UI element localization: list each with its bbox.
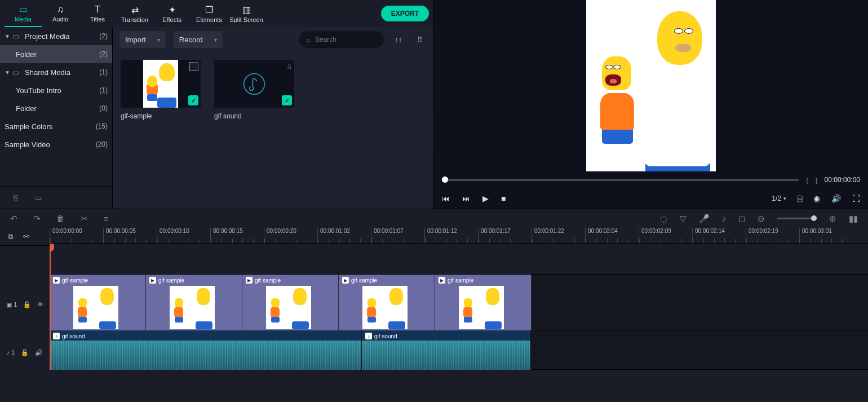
cut-icon[interactable]: ✂ bbox=[81, 214, 88, 224]
preview-canvas[interactable] bbox=[434, 0, 868, 171]
sidebar-label: Folder bbox=[16, 104, 99, 113]
tab-effects[interactable]: ✦ Effects bbox=[153, 0, 191, 27]
ruler-mark: 00:00:01:02 bbox=[317, 228, 371, 243]
check-icon: ✓ bbox=[188, 95, 198, 105]
sidebar-count: (0) bbox=[99, 104, 108, 112]
playhead[interactable] bbox=[50, 244, 51, 370]
sidebar-item-youtube-intro[interactable]: YouTube Intro (1) bbox=[0, 81, 112, 99]
mark-in-icon[interactable]: { bbox=[806, 176, 808, 184]
undo-icon[interactable]: ↶ bbox=[10, 214, 17, 224]
preview-ratio-dropdown[interactable]: 1/2 ▾ bbox=[772, 195, 786, 202]
volume-icon[interactable]: 🔊 bbox=[831, 194, 841, 203]
ruler-mark: 00:00:01:12 bbox=[424, 228, 478, 243]
timeline-ruler[interactable]: 00:00:00:0000:00:00:0500:00:00:1000:00:0… bbox=[50, 228, 868, 244]
sidebar-count: (2) bbox=[99, 50, 108, 58]
fullscreen-icon[interactable]: ⛶ bbox=[852, 194, 860, 203]
record-dropdown[interactable]: Record bbox=[174, 31, 223, 48]
audio-track[interactable]: ♪gif sound ♪gif sound bbox=[50, 330, 868, 370]
folder-icon: ▭ bbox=[19, 4, 28, 15]
video-clip-label: gif-sample bbox=[448, 277, 473, 284]
video-clip[interactable]: ▶gif-sample bbox=[339, 275, 435, 331]
video-clip[interactable]: ▶gif-sample bbox=[435, 275, 532, 331]
display-icon[interactable]: ⌸ bbox=[798, 194, 802, 203]
waveform bbox=[50, 341, 361, 370]
scrub-head[interactable] bbox=[442, 176, 448, 183]
lock-icon[interactable]: 🔓 bbox=[21, 349, 29, 356]
delete-icon[interactable]: 🗑 bbox=[56, 214, 65, 223]
mixer-icon[interactable]: ♪ bbox=[722, 214, 727, 223]
tab-transition-label: Transition bbox=[121, 16, 148, 23]
mark-out-icon[interactable]: } bbox=[815, 176, 817, 184]
lock-icon[interactable]: 🔓 bbox=[23, 301, 31, 308]
audio-clip[interactable]: ♪gif sound bbox=[50, 330, 362, 370]
redo-icon[interactable]: ↷ bbox=[33, 214, 41, 224]
sidebar-item-folder-active[interactable]: Folder (2) bbox=[0, 45, 112, 63]
sidebar-item-project-media[interactable]: ▼ ▭ Project Media (2) bbox=[0, 27, 112, 45]
folder-icon: ▭ bbox=[12, 32, 21, 41]
video-clip[interactable]: ▶gif-sample bbox=[146, 275, 242, 331]
video-track[interactable]: ▶gif-sample▶gif-sample▶gif-sample▶gif-sa… bbox=[50, 274, 868, 330]
search-icon: ⌕ bbox=[306, 36, 311, 44]
new-folder-icon[interactable]: ⎘ bbox=[14, 193, 18, 202]
video-clip[interactable]: ▶gif-sample bbox=[242, 275, 339, 331]
eye-icon[interactable]: 👁 bbox=[37, 301, 43, 308]
media-toolbar: Import Record ⌕ ⫶⫶ ⠿ bbox=[113, 27, 433, 52]
clip-thumbnail bbox=[73, 286, 118, 329]
caret-down-icon: ▼ bbox=[5, 33, 12, 39]
shapes-icon: ❐ bbox=[205, 5, 213, 15]
sidebar-label: Folder bbox=[16, 50, 99, 59]
tab-media-label: Media bbox=[15, 16, 32, 23]
tab-media[interactable]: ▭ Media bbox=[5, 0, 42, 27]
zoom-in-icon[interactable]: ⊕ bbox=[829, 214, 836, 224]
sidebar-item-sample-colors[interactable]: Sample Colors (15) bbox=[0, 117, 112, 135]
link-icon[interactable]: ⚯ bbox=[23, 232, 29, 241]
tab-audio[interactable]: ♫ Audio bbox=[42, 0, 79, 27]
voiceover-icon[interactable]: 🎤 bbox=[699, 214, 710, 224]
sidebar-item-folder-2[interactable]: Folder (0) bbox=[0, 99, 112, 117]
search-box[interactable]: ⌕ bbox=[299, 31, 384, 48]
ruler-mark: 00:00:01:07 bbox=[371, 228, 424, 243]
media-item-name: gif sound bbox=[214, 112, 294, 120]
media-sidebar: ▼ ▭ Project Media (2) Folder (2) ▼ ▭ Sha… bbox=[0, 27, 113, 209]
media-item-gif-sample[interactable]: ✓ gif-sample bbox=[121, 60, 201, 120]
audio-clip-label: gif sound bbox=[374, 333, 397, 339]
folder-open-icon[interactable]: ▭ bbox=[35, 193, 42, 202]
sidebar-count: (15) bbox=[96, 122, 108, 130]
audio-badge-icon: ♫ bbox=[286, 62, 292, 70]
sidebar-item-sample-video[interactable]: Sample Video (20) bbox=[0, 135, 112, 153]
search-input[interactable] bbox=[315, 36, 377, 43]
tab-transition[interactable]: ⇄ Transition bbox=[116, 0, 153, 27]
ruler-mark: 00:00:00:20 bbox=[264, 228, 317, 243]
export-button[interactable]: EXPORT bbox=[381, 6, 429, 21]
media-item-gif-sound[interactable]: ♫ ✓ gif sound bbox=[214, 60, 294, 120]
crop-icon[interactable]: ◻ bbox=[738, 214, 745, 224]
audio-clip[interactable]: ♪gif sound bbox=[362, 330, 531, 370]
video-clip[interactable]: ▶gif-sample bbox=[50, 275, 146, 331]
snapshot-icon[interactable]: ◉ bbox=[813, 194, 820, 203]
timeline-layout-icon[interactable]: ⧉ bbox=[8, 232, 13, 241]
stop-icon[interactable]: ■ bbox=[501, 194, 506, 203]
video-clip-icon: ▶ bbox=[53, 277, 60, 284]
prev-frame-icon[interactable]: ⏮ bbox=[442, 194, 450, 203]
tab-titles[interactable]: T Titles bbox=[79, 0, 116, 27]
clip-thumbnail bbox=[459, 286, 504, 329]
render-icon[interactable]: ◌ bbox=[660, 214, 667, 224]
tab-elements[interactable]: ❐ Elements bbox=[191, 0, 228, 27]
video-clip-icon: ▶ bbox=[342, 277, 349, 284]
step-forward-icon[interactable]: ⏭ bbox=[462, 194, 470, 203]
collapse-handle[interactable] bbox=[433, 117, 433, 145]
zoom-out-icon[interactable]: ⊖ bbox=[758, 214, 765, 224]
adjust-icon[interactable]: ≡ bbox=[104, 214, 109, 223]
scrub-bar[interactable] bbox=[442, 179, 799, 181]
filter-icon[interactable]: ⫶⫶ bbox=[392, 36, 405, 44]
import-dropdown[interactable]: Import bbox=[119, 31, 166, 48]
fit-icon[interactable]: ▮▮ bbox=[849, 214, 858, 224]
marker-icon[interactable]: ▽ bbox=[680, 214, 687, 224]
mute-icon[interactable]: 🔊 bbox=[35, 349, 43, 356]
zoom-slider[interactable] bbox=[777, 218, 817, 219]
play-icon[interactable]: ▶ bbox=[482, 194, 489, 203]
grid-view-icon[interactable]: ⠿ bbox=[413, 36, 427, 44]
audio-clip-label: gif sound bbox=[62, 333, 85, 339]
tab-split-screen[interactable]: ▥ Split Screen bbox=[228, 0, 265, 27]
sidebar-item-shared-media[interactable]: ▼ ▭ Shared Media (1) bbox=[0, 63, 112, 81]
